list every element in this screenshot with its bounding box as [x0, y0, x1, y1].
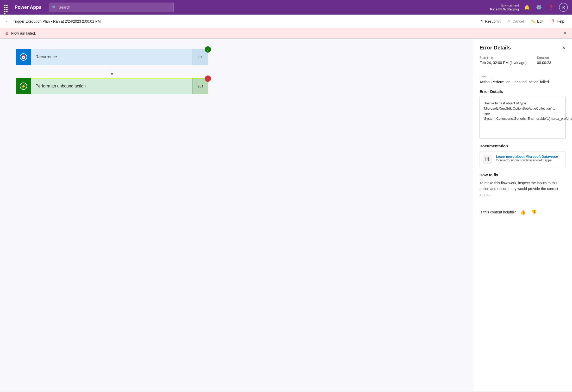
error-value: Action 'Perform_an_unbound_action' faile…	[480, 80, 566, 84]
duration-field: Duration 00:00:23	[537, 56, 551, 65]
subheader: ← Trigger Execution Plan • Ran at 2/24/2…	[0, 15, 572, 28]
recurrence-icon-symbol: ⏰	[20, 53, 27, 61]
resubmit-button[interactable]: ↻ Resubmit	[478, 18, 503, 25]
flow-connector: ▼	[16, 65, 208, 78]
panel-close-button[interactable]: ✕	[562, 45, 566, 51]
top-navigation: Power Apps 🔍 Environment RetailFLWStagin…	[0, 0, 572, 15]
environment-name: RetailFLWStaging	[490, 7, 519, 11]
alert-message: Flow run failed.	[11, 31, 36, 35]
search-icon: 🔍	[52, 5, 57, 9]
recurrence-status-badge: ✓	[205, 46, 211, 53]
error-details-section-title: Error Details	[480, 89, 566, 94]
documentation-section-title: Documentation	[480, 144, 566, 148]
recurrence-node-body: Recurrence	[31, 49, 193, 65]
connector-line	[112, 67, 112, 72]
unbound-action-node-label: Perform an unbound action	[35, 84, 86, 88]
edit-icon: ✏️	[531, 19, 536, 23]
duration-label: Duration	[537, 56, 551, 60]
cancel-label: Cancel	[512, 19, 524, 23]
how-to-fix-text: To make this flow work, inspect the inpu…	[480, 180, 566, 198]
search-input[interactable]	[59, 5, 170, 9]
settings-button[interactable]: ⚙️	[535, 3, 543, 11]
page-title: Trigger Execution Plan • Ran at 2/24/202…	[13, 19, 101, 23]
back-button[interactable]: ←	[5, 18, 10, 24]
resubmit-label: Resubmit	[485, 19, 500, 23]
unbound-action-duration-value: 23s	[197, 84, 203, 88]
avatar[interactable]: IK	[559, 3, 568, 12]
main-layout: ⏰ Recurrence 0s ✓ ▼ ⚡	[0, 39, 572, 391]
panel-title: Error Details	[480, 45, 511, 51]
panel-header: Error Details ✕	[480, 45, 566, 51]
resubmit-icon: ↻	[480, 19, 483, 23]
alert-close-button[interactable]: ✕	[563, 31, 567, 36]
edit-label: Edit	[537, 19, 543, 23]
help-button[interactable]: ❓	[547, 3, 555, 11]
cancel-button[interactable]: ✕ Cancel	[505, 18, 526, 25]
error-details-text: Unable to cast object of type 'Microsoft…	[483, 101, 572, 121]
alert-error-icon: ⊗	[5, 31, 9, 36]
cancel-icon: ✕	[508, 19, 511, 23]
alert-banner: ⊗ Flow run failed. ✕	[0, 28, 572, 39]
doc-text: Learn more about Microsoft Dataverse /co…	[496, 155, 558, 162]
unbound-action-node-body: Perform an unbound action	[31, 78, 193, 94]
brand-name: Power Apps	[15, 5, 41, 10]
recurrence-node-label: Recurrence	[35, 55, 57, 59]
unbound-action-node[interactable]: ⚡ Perform an unbound action 23s !	[16, 78, 208, 94]
app-grid-icon[interactable]	[4, 5, 9, 10]
helpful-label: Is this content helpful?	[480, 210, 516, 214]
start-time-field: Start time Feb 24, 02:00 PM (1 wk ago)	[480, 56, 527, 65]
unbound-action-status-badge: !	[205, 75, 211, 82]
thumbs-up-button[interactable]: 👍	[519, 208, 527, 216]
start-time-value: Feb 24, 02:00 PM (1 wk ago)	[480, 61, 527, 65]
doc-path: /connectors/commondataserviceforapps/	[496, 159, 558, 162]
unbound-action-icon-symbol: ⚡	[20, 83, 27, 90]
flow-nodes-container: ⏰ Recurrence 0s ✓ ▼ ⚡	[16, 49, 214, 94]
search-bar[interactable]: 🔍	[49, 3, 174, 12]
start-time-label: Start time	[480, 56, 527, 60]
panel-time-row: Start time Feb 24, 02:00 PM (1 wk ago) D…	[480, 56, 566, 70]
svg-rect-1	[488, 160, 489, 161]
unbound-action-node-icon: ⚡	[16, 78, 31, 94]
error-details-box: Unable to cast object of type 'Microsoft…	[480, 97, 566, 138]
help-link-button[interactable]: ❓ Help	[548, 18, 567, 25]
doc-icon	[483, 155, 492, 164]
error-field: Error Action 'Perform_an_unbound_action'…	[480, 75, 566, 84]
environment-label: Environment	[501, 4, 519, 7]
how-to-fix-title: How to fix	[480, 173, 566, 177]
recurrence-node-icon: ⏰	[16, 49, 31, 65]
connector-arrow: ▼	[110, 72, 114, 77]
flow-canvas: ⏰ Recurrence 0s ✓ ▼ ⚡	[0, 39, 473, 391]
subheader-actions: ↻ Resubmit ✕ Cancel ✏️ Edit ❓ Help	[478, 18, 567, 25]
recurrence-node[interactable]: ⏰ Recurrence 0s ✓	[16, 49, 208, 65]
notifications-button[interactable]: 🔔	[523, 3, 531, 11]
documentation-card[interactable]: Learn more about Microsoft Dataverse /co…	[480, 151, 566, 167]
error-label: Error	[480, 75, 566, 79]
duration-value: 00:00:23	[537, 61, 551, 65]
doc-link: Learn more about Microsoft Dataverse	[496, 155, 558, 159]
thumbs-down-button[interactable]: 👎	[530, 208, 538, 216]
helpful-row: Is this content helpful? 👍 👎	[480, 208, 566, 216]
panel-divider	[480, 204, 566, 204]
error-details-panel: Error Details ✕ Start time Feb 24, 02:00…	[473, 39, 572, 391]
topnav-right-area: Environment RetailFLWStaging 🔔 ⚙️ ❓ IK	[490, 3, 568, 12]
edit-button[interactable]: ✏️ Edit	[529, 18, 546, 25]
environment-selector[interactable]: Environment RetailFLWStaging	[490, 4, 519, 11]
help-link-label: Help	[557, 19, 564, 23]
recurrence-duration-value: 0s	[198, 55, 202, 59]
help-link-icon: ❓	[551, 19, 555, 23]
